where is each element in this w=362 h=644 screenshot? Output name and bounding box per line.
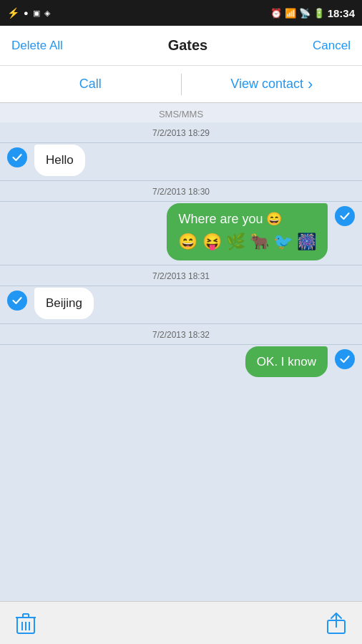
bubble-whereareyou-line2: 😄 😝 🌿 🐂 🐦 🎆 bbox=[178, 231, 316, 253]
signal-icon: 📡 bbox=[299, 8, 310, 19]
action-bar: Delete All Gates Cancel bbox=[0, 26, 362, 66]
check-whereareyou[interactable] bbox=[335, 206, 355, 226]
bubble-whereareyou-line1: Where are you 😄 bbox=[178, 210, 316, 228]
wifi-icon: 📶 bbox=[285, 8, 296, 19]
call-button[interactable]: Call bbox=[0, 66, 181, 102]
app-icon-1: ● bbox=[24, 9, 29, 17]
timestamp-1: 7/2/2013 18:29 bbox=[0, 122, 362, 142]
app-icon-2: ▣ bbox=[33, 9, 40, 18]
message-row-okiknow: OK. I know bbox=[0, 345, 362, 382]
delete-all-button[interactable]: Delete All bbox=[11, 39, 63, 53]
status-bar: ⚡ ● ▣ ◈ ⏰ 📶 📡 🔋 18:34 bbox=[0, 0, 362, 26]
delete-icon[interactable] bbox=[14, 612, 37, 635]
check-beijing[interactable] bbox=[7, 291, 27, 311]
chat-area: 7/2/2013 18:29 Hello 7/2/2013 18:30 Wher… bbox=[0, 122, 362, 620]
bubble-okiknow: OK. I know bbox=[245, 346, 328, 378]
chevron-right-icon: › bbox=[308, 75, 313, 94]
message-row-hello: Hello bbox=[0, 143, 362, 180]
status-left-icons: ⚡ ● ▣ ◈ bbox=[7, 7, 50, 19]
bubble-beijing: Beijing bbox=[34, 288, 94, 319]
sub-action-bar: Call View contact › bbox=[0, 66, 362, 103]
check-okiknow[interactable] bbox=[335, 349, 355, 369]
timestamp-3: 7/2/2013 18:31 bbox=[0, 265, 362, 286]
conversation-title: Gates bbox=[168, 37, 208, 54]
bubble-hello: Hello bbox=[34, 145, 85, 176]
bubble-beijing-text: Beijing bbox=[46, 296, 82, 310]
check-hello[interactable] bbox=[7, 147, 27, 167]
timestamp-4: 7/2/2013 18:32 bbox=[0, 324, 362, 344]
view-contact-button[interactable]: View contact › bbox=[182, 66, 363, 102]
view-contact-label: View contact bbox=[230, 77, 303, 92]
call-label: Call bbox=[79, 77, 102, 92]
share-icon[interactable] bbox=[325, 612, 348, 635]
status-right-icons: ⏰ 📶 📡 🔋 18:34 bbox=[270, 7, 355, 19]
battery-icon: 🔋 bbox=[313, 8, 325, 19]
message-row-beijing: Beijing bbox=[0, 286, 362, 323]
cancel-button[interactable]: Cancel bbox=[313, 39, 351, 53]
bubble-whereareyou: Where are you 😄 😄 😝 🌿 🐂 🐦 🎆 bbox=[167, 203, 328, 260]
bubble-okiknow-text: OK. I know bbox=[257, 355, 316, 369]
usb-icon: ⚡ bbox=[7, 7, 19, 19]
sms-mms-label: SMS/MMS bbox=[0, 103, 362, 122]
bottom-bar bbox=[0, 601, 362, 644]
alarm-icon: ⏰ bbox=[270, 8, 282, 19]
bubble-hello-text: Hello bbox=[46, 153, 74, 167]
app-icon-3: ◈ bbox=[44, 9, 50, 18]
message-row-whereareyou: Where are you 😄 😄 😝 🌿 🐂 🐦 🎆 bbox=[0, 202, 362, 265]
timestamp-2: 7/2/2013 18:30 bbox=[0, 181, 362, 201]
clock: 18:34 bbox=[328, 7, 355, 19]
